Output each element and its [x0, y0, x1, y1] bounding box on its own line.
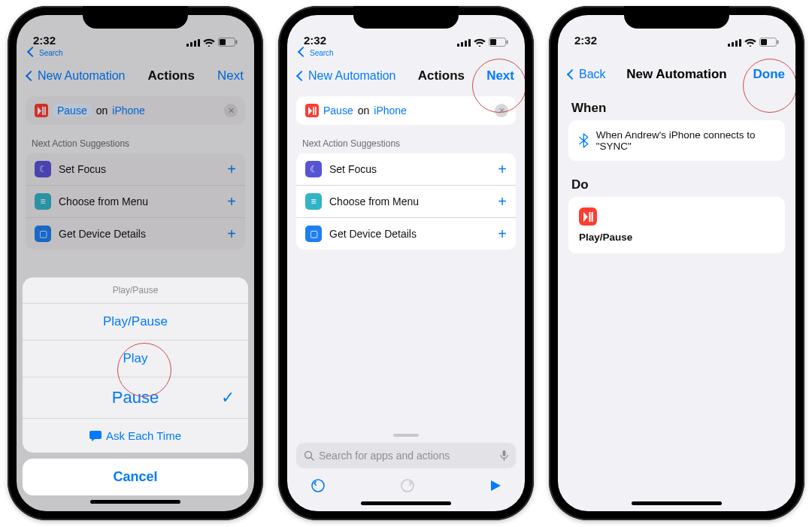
breadcrumb[interactable]: Search	[287, 48, 525, 60]
pause-token[interactable]: Pause	[323, 104, 353, 117]
suggestion-choose-menu[interactable]: ≡ Choose from Menu +	[26, 185, 245, 217]
status-time: 2:32	[33, 34, 56, 47]
add-icon: +	[498, 194, 507, 209]
clear-action-button[interactable]: ✕	[224, 104, 238, 117]
search-icon	[304, 450, 314, 461]
ask-icon	[89, 431, 102, 441]
undo-button[interactable]	[310, 477, 326, 494]
chevron-left-icon	[27, 69, 36, 83]
redo-button	[399, 477, 416, 494]
when-card[interactable]: When Andrew's iPhone connects to "SYNC"	[568, 120, 785, 161]
nav-back-label: New Automation	[308, 69, 396, 83]
wifi-icon	[474, 38, 486, 47]
device-token[interactable]: iPhone	[374, 104, 407, 117]
nav-back-label: New Automation	[38, 69, 126, 83]
battery-icon	[489, 38, 508, 47]
breadcrumb[interactable]: Search	[17, 48, 254, 60]
menu-icon: ≡	[35, 193, 51, 210]
wifi-icon	[203, 38, 215, 47]
bottom-panel: Search for apps and actions	[287, 431, 525, 511]
focus-icon: ☾	[305, 161, 322, 177]
nav-bar: New Automation Actions Next	[17, 60, 254, 92]
phone-3: 2:32 Back New Automation Done When When …	[549, 6, 804, 520]
cancel-button[interactable]: Cancel	[23, 459, 248, 495]
svg-rect-3	[198, 39, 200, 47]
clear-action-button[interactable]: ✕	[495, 104, 508, 117]
svg-line-19	[311, 458, 314, 461]
nav-back[interactable]: New Automation	[27, 69, 126, 83]
svg-rect-30	[777, 41, 779, 44]
wifi-icon	[744, 38, 756, 47]
device-token[interactable]: iPhone	[112, 104, 145, 117]
home-indicator[interactable]	[90, 500, 180, 504]
svg-rect-15	[507, 41, 508, 44]
toolbar	[296, 468, 516, 497]
nav-back[interactable]: New Automation	[298, 69, 396, 83]
suggest-header: Next Action Suggestions	[17, 125, 254, 152]
screen-3: 2:32 Back New Automation Done When When …	[558, 15, 795, 511]
cellular-icon	[457, 38, 471, 47]
on-word: on	[358, 104, 370, 117]
svg-rect-5	[220, 39, 226, 45]
ask-label: Ask Each Time	[106, 429, 181, 442]
search-input[interactable]: Search for apps and actions	[296, 443, 516, 468]
cellular-icon	[186, 38, 200, 47]
action-card[interactable]: Pause on iPhone ✕	[296, 96, 516, 125]
add-icon: +	[498, 162, 507, 177]
svg-rect-11	[465, 41, 467, 47]
suggestion-set-focus[interactable]: ☾ Set Focus +	[296, 153, 516, 185]
grabber[interactable]	[393, 434, 419, 437]
phone-2: 2:32 Search New Automation Actions Next …	[278, 6, 534, 520]
nav-back[interactable]: Back	[568, 68, 606, 81]
add-icon: +	[498, 226, 507, 241]
sheet-body: Play/Pause Play/Pause Play Pause ✓ Ask E…	[23, 277, 248, 453]
svg-rect-26	[735, 41, 738, 47]
option-pause-label: Pause	[112, 388, 159, 407]
svg-rect-14	[490, 39, 496, 45]
done-button[interactable]: Done	[753, 67, 786, 82]
suggestion-label: Get Device Details	[329, 228, 417, 240]
option-playpause[interactable]: Play/Pause	[23, 304, 248, 341]
next-button[interactable]: Next	[217, 68, 244, 83]
svg-rect-6	[236, 41, 238, 44]
option-ask-each-time[interactable]: Ask Each Time	[23, 419, 248, 453]
bluetooth-icon	[579, 133, 589, 148]
nav-bar: Back New Automation Done	[558, 59, 795, 90]
svg-rect-2	[194, 41, 196, 47]
mic-icon[interactable]	[500, 450, 508, 462]
action-card[interactable]: Pause on iPhone ✕	[26, 96, 245, 125]
suggestion-choose-menu[interactable]: ≡ Choose from Menu +	[296, 185, 516, 217]
playpause-icon	[305, 104, 319, 117]
notch	[624, 6, 729, 29]
suggestion-set-focus[interactable]: ☾ Set Focus +	[26, 153, 245, 185]
home-indicator[interactable]	[361, 501, 451, 505]
notch	[83, 6, 188, 29]
suggestion-label: Set Focus	[329, 163, 377, 175]
battery-icon	[218, 38, 238, 47]
check-icon: ✓	[221, 388, 235, 407]
content: When When Andrew's iPhone connects to "S…	[558, 90, 795, 253]
nav-title: Actions	[148, 68, 195, 83]
status-indicators	[457, 38, 508, 47]
suggestion-list: ☾ Set Focus + ≡ Choose from Menu + ▢ Get…	[26, 153, 245, 250]
pause-token[interactable]: Pause	[53, 104, 92, 117]
do-card[interactable]: Play/Pause	[568, 197, 785, 253]
when-text: When Andrew's iPhone connects to "SYNC"	[596, 129, 774, 152]
suggest-header: Next Action Suggestions	[287, 125, 525, 152]
menu-icon: ≡	[305, 193, 322, 210]
suggestion-device-details[interactable]: ▢ Get Device Details +	[26, 217, 245, 250]
svg-rect-25	[732, 42, 734, 47]
suggestion-device-details[interactable]: ▢ Get Device Details +	[296, 217, 516, 250]
do-label: Play/Pause	[579, 232, 632, 243]
option-pause[interactable]: Pause ✓	[23, 377, 248, 419]
next-button[interactable]: Next	[486, 68, 514, 83]
on-word: on	[96, 104, 108, 117]
option-play[interactable]: Play	[23, 341, 248, 377]
svg-rect-16	[313, 107, 314, 115]
home-indicator[interactable]	[632, 501, 722, 505]
svg-rect-0	[186, 44, 189, 47]
run-button[interactable]	[489, 479, 502, 492]
status-time: 2:32	[574, 34, 597, 47]
spacer	[558, 253, 795, 497]
chevron-left-icon	[29, 48, 38, 57]
